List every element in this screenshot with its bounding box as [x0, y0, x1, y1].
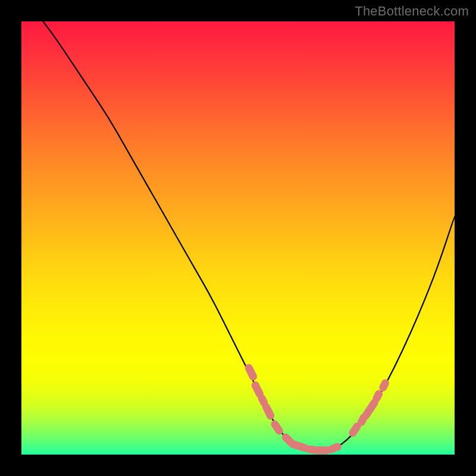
marker-segment [255, 386, 259, 394]
marker-group [249, 368, 385, 450]
plot-area [21, 21, 455, 455]
bottleneck-curve-path [43, 21, 455, 450]
marker-segment [249, 368, 253, 377]
marker-segment [286, 437, 290, 441]
marker-segment [383, 383, 386, 387]
marker-segment [377, 394, 379, 398]
watermark-text: TheBottleneck.com [355, 4, 469, 19]
marker-segment [366, 403, 375, 416]
chart-svg [21, 21, 455, 455]
marker-segment [331, 447, 338, 449]
app-frame: TheBottleneck.com [0, 0, 476, 476]
marker-segment [353, 427, 357, 433]
marker-segment [266, 407, 270, 416]
marker-segment [275, 424, 279, 431]
marker-segment [262, 398, 264, 402]
marker-segment [292, 444, 305, 448]
